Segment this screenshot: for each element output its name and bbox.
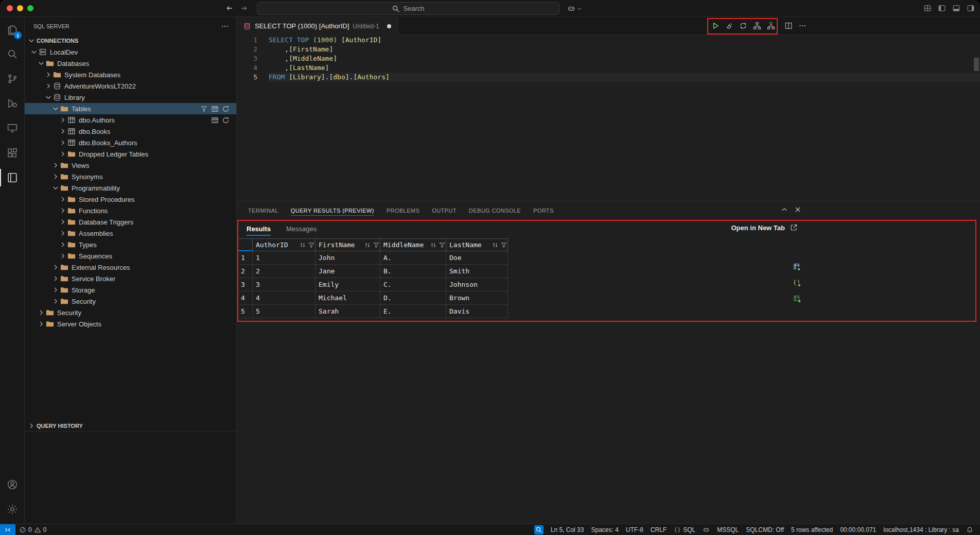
grid-cell[interactable]: 2 bbox=[253, 265, 316, 278]
tree-item-library[interactable]: Library bbox=[25, 92, 236, 103]
layout-grid-icon[interactable] bbox=[923, 4, 932, 12]
problems-indicator[interactable]: 0 0 bbox=[15, 524, 50, 535]
grid-cell[interactable]: A. bbox=[380, 251, 446, 265]
panel-tab-output[interactable]: OUTPUT bbox=[426, 201, 463, 219]
panel-tab-query-results-preview[interactable]: QUERY RESULTS (PREVIEW) bbox=[285, 201, 380, 219]
grid-cell[interactable]: C. bbox=[380, 278, 446, 291]
sort-icon[interactable] bbox=[430, 241, 437, 249]
status-zoom-indicator[interactable] bbox=[531, 524, 547, 535]
grid-cell[interactable]: Michael bbox=[316, 291, 380, 305]
tree-item-types[interactable]: Types bbox=[25, 239, 236, 250]
filter-icon[interactable] bbox=[308, 241, 315, 249]
sort-icon[interactable] bbox=[492, 241, 499, 249]
panel-tab-terminal[interactable]: TERMINAL bbox=[242, 201, 285, 219]
tree-item-dbo-books[interactable]: dbo.Books bbox=[25, 126, 236, 137]
sort-icon[interactable] bbox=[364, 241, 371, 249]
activity-bar-item-explorer[interactable]: 1 bbox=[0, 17, 24, 42]
grid-cell[interactable]: Doe bbox=[446, 251, 508, 265]
chevron-up-icon[interactable] bbox=[780, 205, 789, 214]
table-icon[interactable] bbox=[211, 116, 219, 124]
save-csv-icon[interactable] bbox=[793, 263, 801, 271]
tree-item-dropped-ledger-tables[interactable]: Dropped Ledger Tables bbox=[25, 148, 236, 160]
editor-tab[interactable]: SELECT TOP (1000) [AuthorID] Untitled-1 bbox=[237, 17, 398, 35]
minimize-window-button[interactable] bbox=[17, 5, 23, 11]
tree-item-localdev[interactable]: LocalDev bbox=[25, 46, 236, 58]
status-indentation[interactable]: Spaces: 4 bbox=[587, 524, 622, 535]
editor-scrollbar[interactable] bbox=[974, 58, 979, 71]
filter-icon[interactable] bbox=[200, 105, 208, 113]
grid-cell[interactable]: 1 bbox=[253, 251, 316, 265]
tree-item-programmability[interactable]: Programmability bbox=[25, 182, 236, 194]
filter-icon[interactable] bbox=[373, 241, 380, 249]
tree-item-stored-procedures[interactable]: Stored Procedures bbox=[25, 194, 236, 205]
grid-header-firstname[interactable]: FirstName bbox=[316, 238, 380, 251]
tree-item-adventureworkslt2022[interactable]: AdventureWorksLT2022 bbox=[25, 80, 236, 92]
status-encoding[interactable]: UTF-8 bbox=[622, 524, 647, 535]
tree-item-service-broker[interactable]: Service Broker bbox=[25, 273, 236, 284]
query-history-section-header[interactable]: QUERY HISTORY bbox=[25, 420, 236, 432]
tree-item-functions[interactable]: Functions bbox=[25, 205, 236, 216]
split-editor-button[interactable] bbox=[782, 20, 795, 32]
grid-header-authorid[interactable]: AuthorID bbox=[253, 238, 316, 251]
refresh-icon[interactable] bbox=[222, 116, 230, 124]
save-excel-icon[interactable] bbox=[793, 295, 801, 303]
grid-cell[interactable]: John bbox=[316, 251, 380, 265]
zoom-window-button[interactable] bbox=[27, 5, 33, 11]
tree-item-system-databases[interactable]: System Databases bbox=[25, 69, 236, 80]
grid-cell[interactable]: D. bbox=[380, 291, 446, 305]
status-rows-affected[interactable]: 5 rows affected bbox=[787, 524, 836, 535]
activity-bar-item-settings[interactable] bbox=[0, 497, 24, 522]
status-sqlcmd[interactable]: SQLCMD: Off bbox=[742, 524, 787, 535]
row-number-cell[interactable]: 3 bbox=[237, 278, 253, 291]
grid-cell[interactable]: Smith bbox=[446, 265, 508, 278]
estimated-plan-button[interactable] bbox=[751, 20, 763, 32]
forward-icon[interactable] bbox=[240, 4, 248, 12]
tree-item-synonyms[interactable]: Synonyms bbox=[25, 171, 236, 182]
grid-cell[interactable]: Johnson bbox=[446, 278, 508, 291]
grid-cell[interactable]: 5 bbox=[253, 305, 316, 318]
tree-item-external-resources[interactable]: External Resources bbox=[25, 262, 236, 273]
grid-cell[interactable]: Jane bbox=[316, 265, 380, 278]
tree-item-tables[interactable]: Tables bbox=[25, 103, 236, 114]
close-icon[interactable] bbox=[794, 205, 802, 214]
activity-bar-item-remote-explorer[interactable] bbox=[0, 116, 24, 141]
filter-icon[interactable] bbox=[439, 241, 446, 249]
tree-item-server-objects[interactable]: Server Objects bbox=[25, 318, 236, 330]
tree-item-security[interactable]: Security bbox=[25, 296, 236, 307]
back-icon[interactable] bbox=[225, 4, 234, 12]
tree-item-storage[interactable]: Storage bbox=[25, 284, 236, 296]
remote-indicator[interactable] bbox=[0, 524, 15, 535]
connections-section-header[interactable]: CONNECTIONS bbox=[25, 35, 236, 46]
copilot-menu[interactable] bbox=[565, 3, 585, 15]
results-tab-results[interactable]: Results bbox=[247, 221, 271, 236]
row-number-cell[interactable]: 2 bbox=[237, 265, 253, 278]
status-connection-info[interactable]: localhost,1434 : Library : sa bbox=[880, 524, 962, 535]
panel-tab-problems[interactable]: PROBLEMS bbox=[380, 201, 426, 219]
row-number-cell[interactable]: 4 bbox=[237, 291, 253, 305]
save-json-icon[interactable] bbox=[793, 279, 801, 287]
tree-item-database-triggers[interactable]: Database Triggers bbox=[25, 216, 236, 228]
more-actions-icon[interactable] bbox=[221, 22, 229, 30]
refresh-icon[interactable] bbox=[222, 105, 230, 113]
panel-tab-debug-console[interactable]: DEBUG CONSOLE bbox=[463, 201, 527, 219]
code-editor[interactable]: 12345 SELECT TOP (1000) [AuthorID] ,[Fir… bbox=[237, 35, 980, 201]
activity-bar-item-accounts[interactable] bbox=[0, 472, 24, 497]
change-connection-button[interactable] bbox=[737, 20, 749, 32]
layout-panel-icon[interactable] bbox=[952, 4, 960, 12]
layout-sidebar-right-icon[interactable] bbox=[967, 4, 975, 12]
grid-cell[interactable]: Davis bbox=[446, 305, 508, 318]
table-icon[interactable] bbox=[211, 105, 219, 113]
tree-item-dbo-books-authors[interactable]: dbo.Books_Authors bbox=[25, 137, 236, 148]
activity-bar-item-run-debug[interactable] bbox=[0, 91, 24, 116]
status-copilot[interactable] bbox=[699, 524, 713, 535]
grid-cell[interactable]: Emily bbox=[316, 278, 380, 291]
grid-header-lastname[interactable]: LastName bbox=[446, 238, 508, 251]
tree-item-dbo-authors[interactable]: dbo.Authors bbox=[25, 114, 236, 126]
connect-button[interactable] bbox=[723, 20, 736, 32]
filter-icon[interactable] bbox=[500, 241, 507, 249]
status-mssql-provider[interactable]: MSSQL bbox=[713, 524, 742, 535]
grid-cell[interactable]: 3 bbox=[253, 278, 316, 291]
tree-item-assemblies[interactable]: Assemblies bbox=[25, 228, 236, 239]
actual-plan-button[interactable] bbox=[765, 20, 777, 32]
grid-cell[interactable]: Brown bbox=[446, 291, 508, 305]
